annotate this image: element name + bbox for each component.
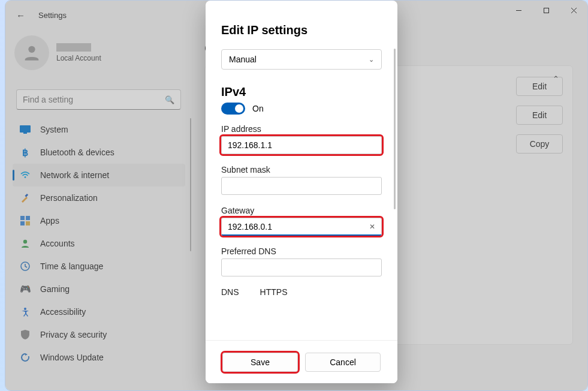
dialog-title: Edit IP settings <box>221 23 382 37</box>
ipv4-toggle-label: On <box>252 104 264 113</box>
ip-mode-select[interactable]: Manual ⌄ <box>221 49 382 70</box>
preferred-dns-input[interactable] <box>228 263 375 272</box>
dialog-scrollbar[interactable] <box>394 49 396 209</box>
gateway-label: Gateway <box>221 206 382 215</box>
clear-icon[interactable]: ✕ <box>369 222 375 231</box>
dialog-footer: Save Cancel <box>206 340 397 383</box>
ip-mode-value: Manual <box>229 55 257 64</box>
edit-ip-dialog: Edit IP settings Manual ⌄ IPv4 On IP add… <box>206 1 397 383</box>
subnet-mask-field[interactable] <box>221 177 382 195</box>
ipv4-toggle[interactable] <box>221 103 245 115</box>
subnet-mask-input[interactable] <box>228 181 375 191</box>
ip-address-field[interactable] <box>221 136 382 154</box>
chevron-down-icon: ⌄ <box>369 56 374 64</box>
ipv4-heading: IPv4 <box>221 85 382 99</box>
preferred-dns-label: Preferred DNS <box>221 246 382 256</box>
ip-address-input[interactable] <box>228 140 375 150</box>
preferred-dns-field[interactable] <box>221 258 382 276</box>
cancel-button[interactable]: Cancel <box>305 353 381 372</box>
subnet-mask-label: Subnet mask <box>221 165 382 175</box>
gateway-field[interactable]: ✕ <box>221 218 382 236</box>
gateway-input[interactable] <box>228 222 369 231</box>
dns-over-https-label: DNS over HTTPS <box>221 287 382 297</box>
settings-window: ← Settings Local Account 🔍 System฿Blueto… <box>5 0 588 391</box>
save-button[interactable]: Save <box>222 353 298 372</box>
ip-address-label: IP address <box>221 124 382 134</box>
